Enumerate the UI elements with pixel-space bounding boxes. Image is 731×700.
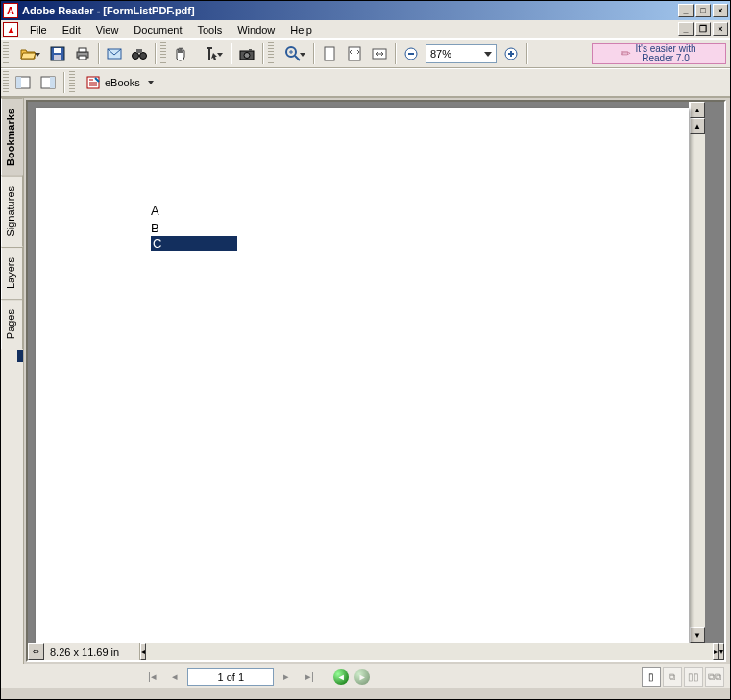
- toolbar-grip[interactable]: [69, 71, 75, 94]
- toolbar-grip[interactable]: [3, 42, 9, 65]
- save-button[interactable]: [46, 42, 69, 65]
- menu-file[interactable]: File: [22, 22, 55, 37]
- page-indicator-text: 1 of 1: [218, 671, 245, 683]
- facing-button[interactable]: ▯▯: [684, 667, 703, 687]
- nav-pane-button-2[interactable]: [37, 71, 60, 94]
- next-view-button[interactable]: ►: [354, 669, 370, 685]
- close-button[interactable]: ×: [713, 4, 728, 17]
- continuous-facing-button[interactable]: ⧉⧉: [705, 667, 724, 687]
- fit-page-icon: [347, 46, 362, 61]
- hand-tool-button[interactable]: [169, 42, 192, 65]
- zoom-out-button[interactable]: [400, 42, 423, 65]
- toolbars: ✎ It's easier withReader 7.0 eBooks: [1, 39, 730, 97]
- mdi-minimize-button[interactable]: _: [678, 22, 694, 36]
- ebooks-label: eBooks: [105, 77, 140, 88]
- first-page-button[interactable]: |◂: [141, 667, 162, 687]
- menu-window[interactable]: Window: [230, 22, 282, 37]
- promo-banner[interactable]: ✎ It's easier withReader 7.0: [592, 43, 726, 64]
- toolbar-row-1: ✎ It's easier withReader 7.0: [1, 39, 730, 68]
- scroll-down-button[interactable]: ▼: [690, 627, 705, 643]
- statusbar: |◂ ◂ 1 of 1 ▸ ▸| ◄ ► ▯ ⧉ ▯▯ ⧉⧉: [1, 664, 730, 688]
- nav-pane-button-1[interactable]: [12, 71, 35, 94]
- text-select-icon: [203, 46, 218, 61]
- continuous-button[interactable]: ⧉: [663, 667, 682, 687]
- svg-rect-12: [249, 49, 252, 51]
- tab-signatures[interactable]: Signatures: [1, 176, 23, 247]
- actual-size-button[interactable]: [318, 42, 341, 65]
- toolbar-grip[interactable]: [268, 42, 274, 65]
- menu-document[interactable]: Document: [126, 22, 189, 37]
- scroll-up-button[interactable]: ▴: [690, 102, 705, 118]
- scroll-down-corner[interactable]: ▾: [719, 643, 724, 660]
- pdf-page[interactable]: A B C: [36, 108, 689, 643]
- menu-edit[interactable]: Edit: [55, 22, 88, 37]
- svg-rect-9: [136, 49, 142, 53]
- last-page-button[interactable]: ▸|: [299, 667, 320, 687]
- next-page-button[interactable]: ▸: [276, 667, 297, 687]
- fit-width-button[interactable]: [368, 42, 391, 65]
- vertical-scrollbar[interactable]: ▴ ▲ ▼: [689, 102, 705, 643]
- nav-stub: [1, 362, 23, 664]
- scroll-track[interactable]: [690, 134, 705, 627]
- zoom-input[interactable]: [430, 48, 478, 60]
- tab-bookmarks[interactable]: Bookmarks: [1, 98, 23, 176]
- toolbar-separator: [63, 72, 64, 93]
- fit-page-button[interactable]: [343, 42, 366, 65]
- single-page-button[interactable]: ▯: [642, 667, 661, 687]
- minus-circle-icon: [403, 46, 419, 61]
- print-button[interactable]: [71, 42, 94, 65]
- document-icon[interactable]: ▴: [3, 22, 18, 37]
- zoom-in-tool-button[interactable]: [277, 42, 309, 65]
- document-scroll[interactable]: A B C ▴ ▲ ▼: [28, 102, 724, 643]
- nav-splitter-handle[interactable]: [17, 350, 23, 362]
- page-indicator[interactable]: 1 of 1: [187, 668, 274, 686]
- camera-icon: [239, 46, 255, 61]
- page-icon: [322, 46, 337, 61]
- nav-panel-tabs: Bookmarks Signatures Layers Pages: [1, 98, 24, 664]
- previous-view-button[interactable]: ◄: [333, 669, 349, 685]
- fit-width-icon: [372, 46, 387, 61]
- menu-tools[interactable]: Tools: [190, 22, 231, 37]
- snapshot-tool-button[interactable]: [235, 42, 258, 65]
- maximize-button[interactable]: □: [695, 4, 711, 17]
- open-button[interactable]: [12, 42, 44, 65]
- svg-rect-5: [79, 56, 86, 60]
- tab-layers[interactable]: Layers: [1, 247, 23, 299]
- prev-page-button[interactable]: ◂: [164, 667, 185, 687]
- minimize-button[interactable]: _: [678, 4, 694, 17]
- search-button[interactable]: [128, 42, 151, 65]
- app-icon: A: [3, 3, 18, 18]
- scroll-up-button-alt[interactable]: ▲: [690, 118, 705, 134]
- svg-point-11: [244, 53, 250, 59]
- pane-left-icon: [15, 75, 31, 90]
- page-dimensions: 8.26 x 11.69 in: [44, 643, 140, 660]
- list-item-selected[interactable]: C: [151, 236, 237, 251]
- menu-help[interactable]: Help: [282, 22, 320, 37]
- mdi-close-button[interactable]: ×: [713, 22, 728, 36]
- select-tool-button[interactable]: [194, 42, 227, 65]
- bottom-info-bar: ⇔ 8.26 x 11.69 in ◂ ▸ ▾: [28, 643, 724, 660]
- page-nav-cluster: |◂ ◂ 1 of 1 ▸ ▸| ◄ ►: [141, 667, 372, 687]
- toolbar-separator: [98, 43, 99, 64]
- mdi-restore-button[interactable]: ❐: [695, 22, 711, 36]
- toggle-size-button[interactable]: ⇔: [28, 643, 44, 660]
- toolbar-grip[interactable]: [3, 71, 9, 94]
- list-item[interactable]: A: [151, 204, 159, 218]
- svg-rect-20: [16, 77, 21, 88]
- plus-circle-icon: [503, 46, 519, 61]
- email-button[interactable]: [103, 42, 126, 65]
- toolbar-separator: [155, 43, 156, 64]
- toolbar-separator: [313, 43, 314, 64]
- menubar: ▴ File Edit View Document Tools Window H…: [1, 20, 730, 39]
- svg-rect-14: [325, 47, 334, 60]
- menu-view[interactable]: View: [88, 22, 127, 37]
- svg-point-7: [133, 53, 139, 60]
- tab-pages[interactable]: Pages: [1, 299, 23, 349]
- ebooks-button[interactable]: eBooks: [79, 72, 160, 93]
- zoom-in-button[interactable]: [500, 42, 523, 65]
- promo-text: It's easier withReader 7.0: [635, 44, 695, 63]
- list-item[interactable]: B: [151, 221, 159, 235]
- toolbar-grip[interactable]: [160, 42, 166, 65]
- zoom-combo[interactable]: [426, 44, 497, 63]
- hscroll-track[interactable]: [146, 643, 713, 660]
